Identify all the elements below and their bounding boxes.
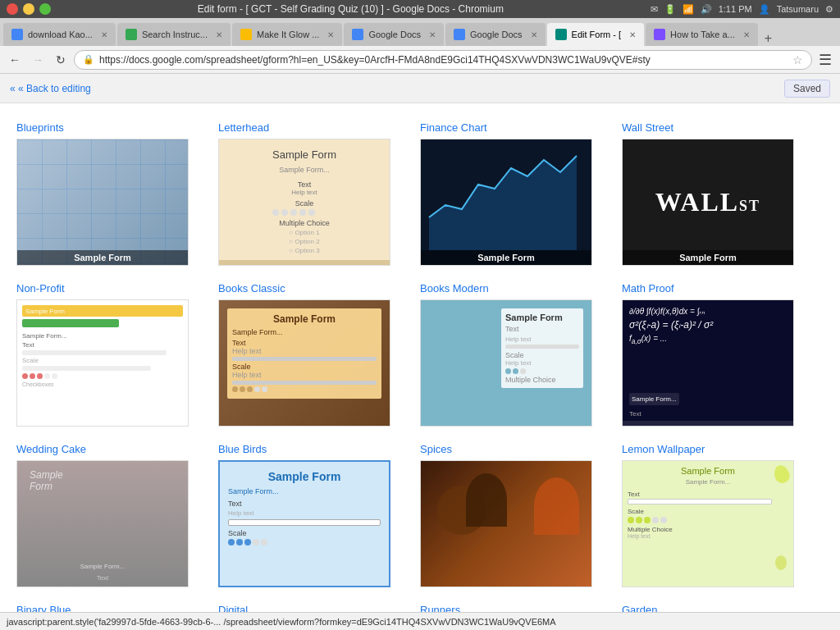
chrome-menu-button[interactable]: ☰ xyxy=(815,50,835,70)
tab-label-5: Google Docs xyxy=(470,30,523,39)
reload-button[interactable]: ↻ xyxy=(51,50,71,70)
letterhead-mock-content: Sample Form Sample Form... Text Help tex… xyxy=(266,142,343,262)
theme-name-lemon: Lemon Wallpaper xyxy=(622,443,817,455)
tab-make-it-glow[interactable]: Make It Glow ... ✕ xyxy=(232,23,342,46)
theme-garden[interactable]: Garden xyxy=(622,599,824,612)
theme-name-wallstreet: Wall Street xyxy=(622,121,817,134)
minimize-button[interactable] xyxy=(23,3,34,15)
theme-thumb-spices xyxy=(420,460,592,587)
theme-thumb-weddingcake: SampleForm Sample Form... Text xyxy=(16,460,189,587)
tab-favicon-1 xyxy=(11,29,23,40)
status-bar: javascript:parent.style('fa29997d-5fde-4… xyxy=(0,612,840,630)
title-bar-left xyxy=(7,3,51,15)
tab-favicon-2 xyxy=(126,29,137,40)
tab-close-2[interactable]: ✕ xyxy=(216,30,222,39)
theme-thumb-mathproof: ∂/∂θ ∫f(x)f(x,θ)dx = ∫ᵣₙ σ²(ξᵢ-a) = (ξᵢ-… xyxy=(622,299,794,427)
tab-label-7: How to Take a... xyxy=(670,30,735,39)
theme-letterhead[interactable]: Letterhead Sample Form Sample Form... Te… xyxy=(218,116,420,277)
theme-thumb-bluebirds: Sample Form Sample Form... Text Help tex… xyxy=(218,460,390,587)
tab-label-4: Google Docs xyxy=(368,30,421,39)
tab-close-1[interactable]: ✕ xyxy=(101,30,107,39)
system-tray: ✉ 🔋 📶 🔊 1:11 PM 👤 Tatsumaru ⚙ xyxy=(651,4,833,15)
theme-name-weddingcake: Wedding Cake xyxy=(16,443,212,455)
theme-thumb-booksmodern: Sample Form Text Help text Scale Help te… xyxy=(420,299,592,427)
thumb-label-letterhead xyxy=(219,260,390,265)
tab-search-instruc[interactable]: Search Instruc... ✕ xyxy=(117,23,231,46)
theme-thumb-wallstreet: WALLST Sample Form xyxy=(622,139,794,266)
tab-close-6[interactable]: ✕ xyxy=(629,30,636,39)
signal-icon: 📶 xyxy=(682,4,694,15)
window-title: Edit form - [ GCT - Self Grading Quiz (1… xyxy=(51,3,651,15)
username: Tatsumaru xyxy=(777,4,819,14)
tab-google-docs-1[interactable]: Google Docs ✕ xyxy=(344,23,444,46)
tab-close-4[interactable]: ✕ xyxy=(429,30,436,39)
theme-name-runners: Runners xyxy=(420,604,615,612)
close-button[interactable] xyxy=(7,3,18,15)
tab-favicon-7 xyxy=(654,29,665,40)
address-bar[interactable]: 🔒 ☆ xyxy=(74,50,812,70)
theme-wall-street[interactable]: Wall Street WALLST Sample Form xyxy=(622,116,824,277)
url-input[interactable] xyxy=(99,54,788,66)
theme-name-mathproof: Math Proof xyxy=(622,282,817,294)
theme-digital[interactable]: Digital ハコマエアイウオ 01 カキクケコ 010 イウオ 01010 … xyxy=(218,599,420,612)
user-icon: 👤 xyxy=(759,4,770,15)
thumb-label-wallstreet: Sample Form xyxy=(623,250,793,265)
lock-icon: 🔒 xyxy=(83,54,94,65)
status-url: javascript:parent.style('fa29997d-5fde-4… xyxy=(7,617,556,627)
main-content[interactable]: Blueprints Sample Form Letterhead Sample… xyxy=(0,103,840,612)
theme-thumb-booksclassic: Sample Form Sample Form... Text Help tex… xyxy=(218,299,390,427)
tab-favicon-3 xyxy=(240,29,252,40)
theme-blue-birds[interactable]: Blue Birds Sample Form Sample Form... Te… xyxy=(218,438,420,599)
theme-books-modern[interactable]: Books Modern Sample Form Text Help text … xyxy=(420,277,622,438)
thumb-label-blueprints: Sample Form xyxy=(17,250,188,265)
theme-name-booksmodern: Books Modern xyxy=(420,282,615,294)
tab-favicon-4 xyxy=(352,29,363,40)
tab-close-3[interactable]: ✕ xyxy=(327,30,334,39)
maximize-button[interactable] xyxy=(39,3,51,15)
forward-button[interactable]: → xyxy=(28,50,48,70)
theme-name-binaryblue: Binary Blue xyxy=(16,604,212,612)
clock: 1:11 PM xyxy=(719,4,752,14)
theme-name-bluebirds: Blue Birds xyxy=(218,443,413,455)
tab-label-3: Make It Glow ... xyxy=(257,30,319,39)
thumb-label-finance: Sample Form xyxy=(421,250,591,265)
tab-close-5[interactable]: ✕ xyxy=(531,30,537,39)
theme-name-booksclassic: Books Classic xyxy=(218,282,413,294)
theme-thumb-lemon: Sample Form Sample Form... Text Scale Mu… xyxy=(622,460,794,587)
tab-label-2: Search Instruc... xyxy=(142,30,208,39)
theme-thumb-finance: Sample Form xyxy=(420,139,592,266)
theme-spices[interactable]: Spices xyxy=(420,438,622,599)
theme-finance-chart[interactable]: Finance Chart Sample Form xyxy=(420,116,622,277)
theme-lemon-wallpaper[interactable]: Lemon Wallpaper Sample Form Sample Form.… xyxy=(622,438,824,599)
theme-books-classic[interactable]: Books Classic Sample Form Sample Form...… xyxy=(218,277,420,438)
window-controls[interactable] xyxy=(7,3,51,15)
back-to-editing-link[interactable]: « Back to editing xyxy=(10,83,91,94)
theme-math-proof[interactable]: Math Proof ∂/∂θ ∫f(x)f(x,θ)dx = ∫ᵣₙ σ²(ξ… xyxy=(622,277,824,438)
theme-name-blueprints: Blueprints xyxy=(16,121,212,134)
tab-download-kao[interactable]: download Kao... ✕ xyxy=(3,23,116,46)
theme-thumb-letterhead: Sample Form Sample Form... Text Help tex… xyxy=(218,139,390,266)
theme-thumb-blueprints: Sample Form xyxy=(16,139,189,266)
theme-binary-blue[interactable]: Binary Blue 01001101 00110010 01010100 1… xyxy=(16,599,218,612)
theme-blueprints[interactable]: Blueprints Sample Form xyxy=(16,116,218,277)
theme-name-nonprofit: Non-Profit xyxy=(16,282,212,294)
tab-how-to-take[interactable]: How to Take a... ✕ xyxy=(646,23,758,46)
theme-name-letterhead: Letterhead xyxy=(218,121,413,134)
battery-icon: 🔋 xyxy=(664,4,676,15)
bookmark-icon[interactable]: ☆ xyxy=(792,53,803,66)
theme-name-garden: Garden xyxy=(622,604,817,612)
theme-runners[interactable]: Runners xyxy=(420,599,622,612)
tab-close-7[interactable]: ✕ xyxy=(743,30,750,39)
tab-edit-form[interactable]: Edit Form - [ ✕ xyxy=(547,23,645,46)
title-bar: Edit form - [ GCT - Self Grading Quiz (1… xyxy=(0,0,840,18)
theme-name-spices: Spices xyxy=(420,443,615,455)
back-button[interactable]: ← xyxy=(5,50,25,70)
theme-wedding-cake[interactable]: Wedding Cake SampleForm Sample Form... T… xyxy=(16,438,218,599)
theme-non-profit[interactable]: Non-Profit Sample Form Sample Form... Te… xyxy=(16,277,218,438)
theme-name-digital: Digital xyxy=(218,604,413,612)
volume-icon: 🔊 xyxy=(701,4,712,15)
settings-icon: ⚙ xyxy=(825,4,833,15)
tab-bar: download Kao... ✕ Search Instruc... ✕ Ma… xyxy=(0,18,840,46)
new-tab-button[interactable]: + xyxy=(760,31,777,46)
tab-google-docs-2[interactable]: Google Docs ✕ xyxy=(445,23,546,46)
